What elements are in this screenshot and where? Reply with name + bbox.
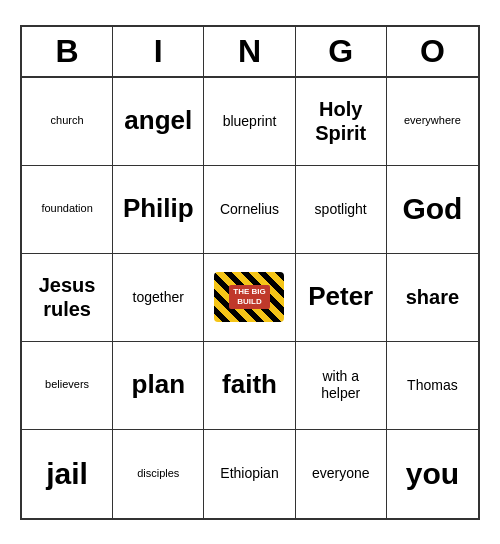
cell-text: Philip bbox=[123, 193, 194, 224]
cell-text: blueprint bbox=[223, 113, 277, 130]
big-build-image: THE BIGBUILD bbox=[214, 272, 284, 322]
cell-r1-c0: foundation bbox=[22, 166, 113, 254]
cell-r3-c4: Thomas bbox=[387, 342, 478, 430]
cell-r2-c1: together bbox=[113, 254, 204, 342]
header-letter: G bbox=[296, 27, 387, 76]
bingo-grid: churchangelblueprintHolySpiriteverywhere… bbox=[22, 78, 478, 518]
cell-text: spotlight bbox=[315, 201, 367, 218]
cell-text: Cornelius bbox=[220, 201, 279, 218]
header-letter: B bbox=[22, 27, 113, 76]
cell-text: faith bbox=[222, 369, 277, 400]
cell-text: disciples bbox=[137, 467, 179, 480]
cell-text: with ahelper bbox=[321, 368, 360, 402]
cell-r0-c1: angel bbox=[113, 78, 204, 166]
cell-text: Jesusrules bbox=[39, 273, 96, 321]
header-letter: I bbox=[113, 27, 204, 76]
cell-r3-c3: with ahelper bbox=[296, 342, 387, 430]
cell-text: Ethiopian bbox=[220, 465, 278, 482]
cell-r1-c3: spotlight bbox=[296, 166, 387, 254]
cell-text: church bbox=[51, 114, 84, 127]
bingo-header: BINGO bbox=[22, 27, 478, 78]
cell-r4-c2: Ethiopian bbox=[204, 430, 295, 518]
cell-r0-c0: church bbox=[22, 78, 113, 166]
cell-text: jail bbox=[46, 456, 88, 492]
cell-text: Peter bbox=[308, 281, 373, 312]
cell-text: share bbox=[406, 285, 459, 309]
cell-r2-c4: share bbox=[387, 254, 478, 342]
cell-text: Thomas bbox=[407, 377, 458, 394]
cell-r1-c4: God bbox=[387, 166, 478, 254]
cell-r4-c4: you bbox=[387, 430, 478, 518]
cell-text: believers bbox=[45, 378, 89, 391]
cell-r0-c4: everywhere bbox=[387, 78, 478, 166]
bingo-card: BINGO churchangelblueprintHolySpiritever… bbox=[20, 25, 480, 520]
cell-text: HolySpirit bbox=[315, 97, 366, 145]
cell-r2-c0: Jesusrules bbox=[22, 254, 113, 342]
cell-text: plan bbox=[132, 369, 185, 400]
cell-r0-c2: blueprint bbox=[204, 78, 295, 166]
cell-text: together bbox=[133, 289, 184, 306]
cell-r2-c2: THE BIGBUILD bbox=[204, 254, 295, 342]
cell-r1-c2: Cornelius bbox=[204, 166, 295, 254]
cell-r1-c1: Philip bbox=[113, 166, 204, 254]
cell-text: foundation bbox=[41, 202, 92, 215]
header-letter: O bbox=[387, 27, 478, 76]
cell-r4-c3: everyone bbox=[296, 430, 387, 518]
cell-text: everywhere bbox=[404, 114, 461, 127]
cell-r2-c3: Peter bbox=[296, 254, 387, 342]
cell-text: God bbox=[402, 191, 462, 227]
cell-r3-c2: faith bbox=[204, 342, 295, 430]
cell-r3-c1: plan bbox=[113, 342, 204, 430]
cell-text: angel bbox=[124, 105, 192, 136]
cell-text: you bbox=[406, 456, 459, 492]
header-letter: N bbox=[204, 27, 295, 76]
cell-r4-c0: jail bbox=[22, 430, 113, 518]
cell-r3-c0: believers bbox=[22, 342, 113, 430]
cell-r4-c1: disciples bbox=[113, 430, 204, 518]
cell-r0-c3: HolySpirit bbox=[296, 78, 387, 166]
cell-text: everyone bbox=[312, 465, 370, 482]
